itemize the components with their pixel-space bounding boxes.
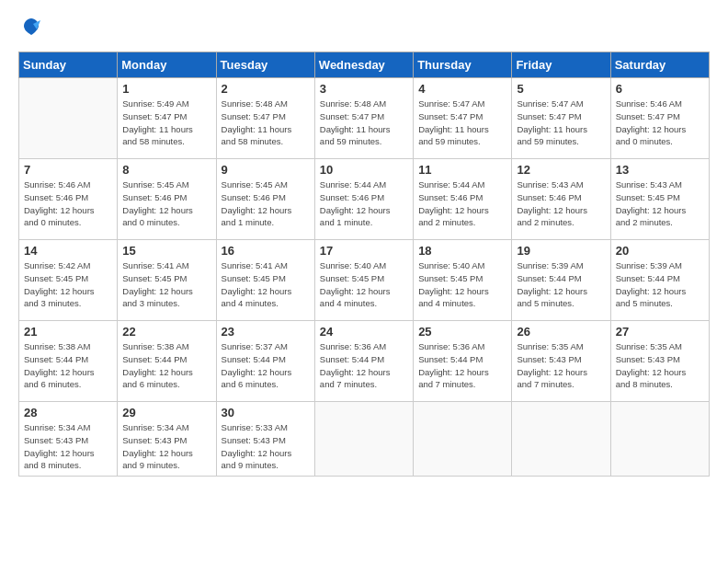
calendar-day-cell: 10Sunrise: 5:44 AM Sunset: 5:46 PM Dayli… [314,159,413,240]
day-info: Sunrise: 5:38 AM Sunset: 5:44 PM Dayligh… [24,340,112,391]
day-number: 3 [320,82,408,96]
day-number: 8 [122,163,210,177]
day-number: 1 [122,82,210,96]
day-number: 2 [222,82,310,96]
calendar-day-cell [610,402,709,477]
logo [18,18,42,37]
day-number: 18 [418,244,506,258]
day-info: Sunrise: 5:39 AM Sunset: 5:44 PM Dayligh… [616,259,704,310]
calendar-day-cell: 23Sunrise: 5:37 AM Sunset: 5:44 PM Dayli… [216,321,314,402]
day-number: 12 [517,163,605,177]
calendar-day-cell: 26Sunrise: 5:35 AM Sunset: 5:43 PM Dayli… [512,321,610,402]
calendar-day-cell: 20Sunrise: 5:39 AM Sunset: 5:44 PM Dayli… [610,240,709,321]
day-info: Sunrise: 5:34 AM Sunset: 5:43 PM Dayligh… [122,421,210,472]
day-number: 29 [122,406,210,419]
calendar-day-cell: 2Sunrise: 5:48 AM Sunset: 5:47 PM Daylig… [216,78,314,159]
calendar-day-cell: 12Sunrise: 5:43 AM Sunset: 5:46 PM Dayli… [512,159,610,240]
day-number: 25 [418,325,506,339]
calendar-day-cell [414,402,512,477]
calendar-day-cell: 14Sunrise: 5:42 AM Sunset: 5:45 PM Dayli… [19,240,118,321]
day-info: Sunrise: 5:41 AM Sunset: 5:45 PM Dayligh… [122,259,210,310]
calendar-day-cell: 19Sunrise: 5:39 AM Sunset: 5:44 PM Dayli… [512,240,610,321]
day-info: Sunrise: 5:44 AM Sunset: 5:46 PM Dayligh… [320,178,408,229]
calendar-day-cell: 22Sunrise: 5:38 AM Sunset: 5:44 PM Dayli… [118,321,216,402]
calendar-day-cell: 5Sunrise: 5:47 AM Sunset: 5:47 PM Daylig… [512,78,610,159]
calendar-week-row: 7Sunrise: 5:46 AM Sunset: 5:46 PM Daylig… [19,159,710,240]
calendar-day-cell: 29Sunrise: 5:34 AM Sunset: 5:43 PM Dayli… [118,402,216,477]
day-number: 9 [222,163,310,177]
day-number: 30 [222,406,310,419]
day-info: Sunrise: 5:48 AM Sunset: 5:47 PM Dayligh… [222,98,310,148]
day-info: Sunrise: 5:35 AM Sunset: 5:43 PM Dayligh… [616,340,704,391]
day-info: Sunrise: 5:38 AM Sunset: 5:44 PM Dayligh… [122,340,210,391]
weekday-header-cell: Wednesday [314,52,413,78]
weekday-header-cell: Tuesday [216,52,314,78]
day-info: Sunrise: 5:48 AM Sunset: 5:47 PM Dayligh… [320,98,408,148]
day-info: Sunrise: 5:40 AM Sunset: 5:45 PM Dayligh… [418,259,506,310]
calendar-day-cell: 25Sunrise: 5:36 AM Sunset: 5:44 PM Dayli… [414,321,512,402]
calendar-day-cell: 8Sunrise: 5:45 AM Sunset: 5:46 PM Daylig… [118,159,216,240]
day-number: 24 [320,325,408,339]
calendar-day-cell: 9Sunrise: 5:45 AM Sunset: 5:46 PM Daylig… [216,159,314,240]
day-number: 10 [320,163,408,177]
day-info: Sunrise: 5:37 AM Sunset: 5:44 PM Dayligh… [222,340,310,391]
weekday-header-cell: Sunday [19,52,118,78]
day-info: Sunrise: 5:47 AM Sunset: 5:47 PM Dayligh… [517,98,605,148]
day-info: Sunrise: 5:47 AM Sunset: 5:47 PM Dayligh… [418,98,506,148]
calendar-day-cell: 28Sunrise: 5:34 AM Sunset: 5:43 PM Dayli… [19,402,118,477]
calendar-week-row: 14Sunrise: 5:42 AM Sunset: 5:45 PM Dayli… [19,240,710,321]
calendar-body: 1Sunrise: 5:49 AM Sunset: 5:47 PM Daylig… [19,78,710,477]
calendar-day-cell: 16Sunrise: 5:41 AM Sunset: 5:45 PM Dayli… [216,240,314,321]
calendar-day-cell: 13Sunrise: 5:43 AM Sunset: 5:45 PM Dayli… [610,159,709,240]
weekday-header-cell: Friday [512,52,610,78]
calendar-day-cell: 4Sunrise: 5:47 AM Sunset: 5:47 PM Daylig… [414,78,512,159]
day-info: Sunrise: 5:45 AM Sunset: 5:46 PM Dayligh… [222,178,310,229]
weekday-header-cell: Saturday [610,52,709,78]
day-info: Sunrise: 5:42 AM Sunset: 5:45 PM Dayligh… [24,259,112,310]
header [18,18,710,37]
weekday-header-cell: Monday [118,52,216,78]
day-number: 16 [222,244,310,258]
day-number: 21 [24,325,112,339]
day-info: Sunrise: 5:39 AM Sunset: 5:44 PM Dayligh… [517,259,605,310]
day-info: Sunrise: 5:36 AM Sunset: 5:44 PM Dayligh… [418,340,506,391]
calendar-day-cell [314,402,413,477]
day-number: 28 [24,406,112,419]
day-info: Sunrise: 5:41 AM Sunset: 5:45 PM Dayligh… [222,259,310,310]
calendar-day-cell: 7Sunrise: 5:46 AM Sunset: 5:46 PM Daylig… [19,159,118,240]
calendar-day-cell: 11Sunrise: 5:44 AM Sunset: 5:46 PM Dayli… [414,159,512,240]
day-number: 11 [418,163,506,177]
calendar-day-cell: 3Sunrise: 5:48 AM Sunset: 5:47 PM Daylig… [314,78,413,159]
calendar-day-cell: 1Sunrise: 5:49 AM Sunset: 5:47 PM Daylig… [118,78,216,159]
day-info: Sunrise: 5:46 AM Sunset: 5:46 PM Dayligh… [24,178,112,229]
day-number: 13 [616,163,704,177]
calendar-week-row: 1Sunrise: 5:49 AM Sunset: 5:47 PM Daylig… [19,78,710,159]
day-number: 27 [616,325,704,339]
calendar-week-row: 28Sunrise: 5:34 AM Sunset: 5:43 PM Dayli… [19,402,710,477]
day-info: Sunrise: 5:44 AM Sunset: 5:46 PM Dayligh… [418,178,506,229]
day-number: 20 [616,244,704,258]
calendar-day-cell: 21Sunrise: 5:38 AM Sunset: 5:44 PM Dayli… [19,321,118,402]
calendar-day-cell [512,402,610,477]
weekday-header-cell: Thursday [414,52,512,78]
day-number: 17 [320,244,408,258]
day-number: 14 [24,244,112,258]
calendar-day-cell: 6Sunrise: 5:46 AM Sunset: 5:47 PM Daylig… [610,78,709,159]
calendar-day-cell: 30Sunrise: 5:33 AM Sunset: 5:43 PM Dayli… [216,402,314,477]
day-info: Sunrise: 5:46 AM Sunset: 5:47 PM Dayligh… [616,98,704,148]
calendar-day-cell: 24Sunrise: 5:36 AM Sunset: 5:44 PM Dayli… [314,321,413,402]
day-info: Sunrise: 5:36 AM Sunset: 5:44 PM Dayligh… [320,340,408,391]
day-number: 23 [222,325,310,339]
day-info: Sunrise: 5:40 AM Sunset: 5:45 PM Dayligh… [320,259,408,310]
calendar-day-cell: 27Sunrise: 5:35 AM Sunset: 5:43 PM Dayli… [610,321,709,402]
calendar-day-cell [19,78,118,159]
calendar-day-cell: 15Sunrise: 5:41 AM Sunset: 5:45 PM Dayli… [118,240,216,321]
day-number: 26 [517,325,605,339]
day-number: 6 [616,82,704,96]
weekday-header-row: SundayMondayTuesdayWednesdayThursdayFrid… [19,52,710,78]
day-info: Sunrise: 5:33 AM Sunset: 5:43 PM Dayligh… [222,421,310,472]
day-number: 4 [418,82,506,96]
day-info: Sunrise: 5:49 AM Sunset: 5:47 PM Dayligh… [122,98,210,148]
day-info: Sunrise: 5:34 AM Sunset: 5:43 PM Dayligh… [24,421,112,472]
calendar-week-row: 21Sunrise: 5:38 AM Sunset: 5:44 PM Dayli… [19,321,710,402]
